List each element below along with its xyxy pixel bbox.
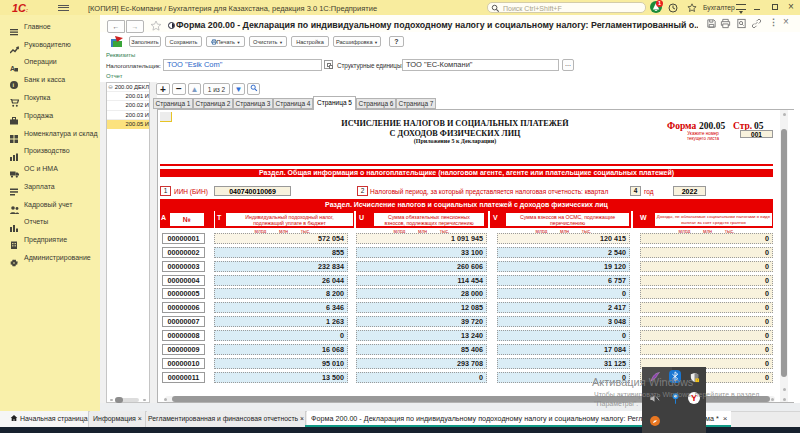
svg-text:!: ! xyxy=(697,379,698,383)
svg-text:А: А xyxy=(10,64,15,71)
